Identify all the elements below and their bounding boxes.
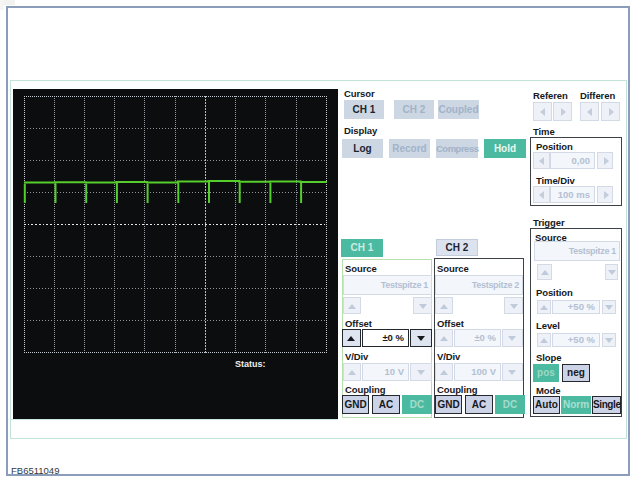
svg-text:Status:: Status: — [235, 359, 266, 369]
